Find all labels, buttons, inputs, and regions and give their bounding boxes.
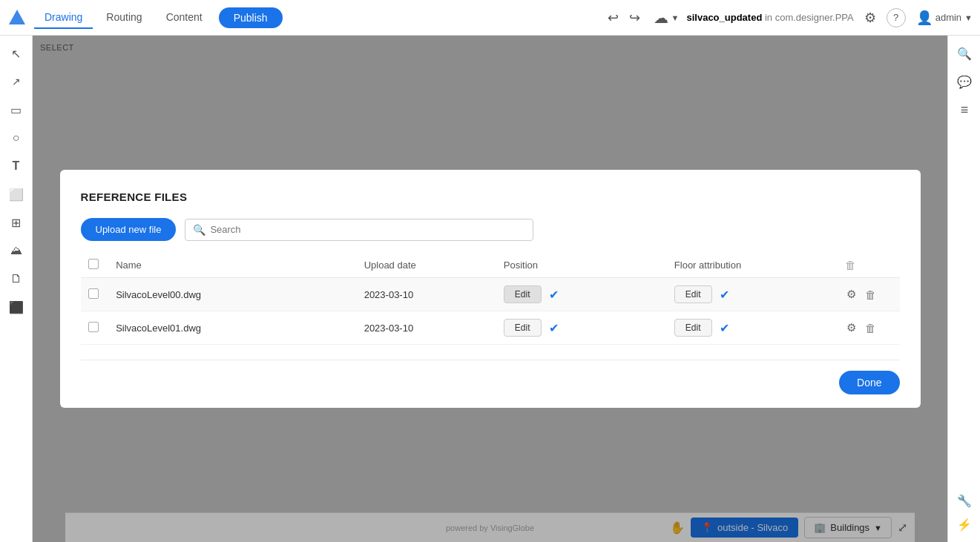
modal-footer: Done [81, 360, 900, 408]
col-upload-date: Upload date [357, 253, 496, 278]
right-sidebar: 🔍 💬 ≡ 🔧 ⚡ [947, 36, 980, 542]
logo-icon [7, 8, 27, 27]
right-lightning-icon[interactable]: ⚡ [953, 512, 976, 536]
files-table-container: Name Upload date Position Floor attribut… [81, 253, 900, 345]
upload-new-file-button[interactable]: Upload new file [81, 218, 177, 241]
col-floor-attribution: Floor attribution [667, 253, 838, 278]
row2-name: SilvacoLevel01.dwg [108, 311, 357, 345]
topbar: Drawing Routing Content Publish ↩ ↪ ☁ ▼ … [0, 0, 980, 36]
user-label: admin [935, 12, 961, 23]
row2-actions-cell: ⚙ 🗑 [838, 311, 900, 345]
row1-position-check-icon: ✔ [549, 288, 559, 302]
right-comment-icon[interactable]: 💬 [953, 70, 976, 93]
row1-position-cell: Edit ✔ [496, 278, 667, 311]
tool-text[interactable]: T [4, 154, 28, 178]
publish-button[interactable]: Publish [219, 7, 283, 28]
row2-settings-button[interactable]: ⚙ [845, 320, 858, 336]
undo-button[interactable]: ↩ [605, 7, 622, 29]
cloud-button[interactable]: ☁ [651, 6, 671, 30]
tool-analytics[interactable]: ↗ [4, 70, 28, 93]
row2-checkbox-cell [81, 311, 109, 345]
settings-button[interactable]: ⚙ [861, 7, 879, 29]
svg-marker-0 [9, 10, 25, 24]
table-row: SilvacoLevel01.dwg 2023-03-10 Edit ✔ [81, 311, 900, 345]
project-title: silvaco_updated in com.designer.PPA [686, 12, 853, 23]
files-table: Name Upload date Position Floor attribut… [81, 253, 900, 345]
row1-date: 2023-03-10 [357, 278, 496, 311]
search-box: 🔍 [185, 219, 533, 241]
col-name: Name [108, 253, 357, 278]
project-context: in com.designer.PPA [765, 12, 854, 23]
help-button[interactable]: ? [887, 8, 906, 27]
right-search-icon[interactable]: 🔍 [953, 42, 976, 65]
table-row: SilvacoLevel00.dwg 2023-03-10 Edit ✔ [81, 278, 900, 311]
tool-page[interactable]: 🗋 [4, 267, 28, 291]
row2-floor-cell: Edit ✔ [667, 311, 838, 345]
col-checkbox [81, 253, 109, 278]
undo-redo-group: ↩ ↪ [605, 7, 643, 29]
modal-backdrop: REFERENCE FILES Upload new file 🔍 [33, 36, 947, 542]
row1-floor-edit-button[interactable]: Edit [674, 285, 712, 303]
done-button[interactable]: Done [839, 371, 899, 394]
tool-layers[interactable]: ⊞ [4, 211, 28, 234]
topbar-right: ? 👤 admin ▼ [887, 8, 973, 27]
left-sidebar: ↖ ↗ ▭ ○ T ⬜ ⊞ ⛰ 🗋 ⬛ [0, 36, 33, 542]
row2-floor-edit-button[interactable]: Edit [674, 319, 712, 337]
col-position: Position [496, 253, 667, 278]
tool-rect[interactable]: ▭ [4, 98, 28, 122]
row2-position-edit-button[interactable]: Edit [504, 319, 542, 337]
row1-position-edit-button[interactable]: Edit [504, 285, 542, 303]
delete-all-icon[interactable]: 🗑 [845, 259, 856, 271]
tab-drawing[interactable]: Drawing [34, 7, 93, 29]
row1-floor-check-icon: ✔ [720, 288, 729, 302]
right-menu-icon[interactable]: ≡ [953, 98, 976, 122]
row1-settings-button[interactable]: ⚙ [845, 286, 858, 303]
row2-position-cell: Edit ✔ [496, 311, 667, 345]
main-canvas-area: SELECT powered by VisingGlobe ✋ 📍 outsid… [33, 36, 947, 542]
tool-stack[interactable]: ⬛ [4, 295, 28, 319]
row1-actions-cell: ⚙ 🗑 [838, 278, 900, 311]
tool-circle[interactable]: ○ [4, 126, 28, 150]
row2-floor-check-icon: ✔ [720, 321, 729, 335]
search-input[interactable] [210, 224, 525, 235]
col-actions: 🗑 [838, 253, 900, 278]
modal-title: REFERENCE FILES [81, 191, 900, 203]
modal-toolbar: Upload new file 🔍 [81, 218, 900, 241]
row2-position-check-icon: ✔ [549, 321, 559, 335]
reference-files-modal: REFERENCE FILES Upload new file 🔍 [60, 170, 921, 408]
right-tools-icon[interactable]: 🔧 [953, 489, 976, 512]
tab-routing[interactable]: Routing [96, 7, 152, 29]
topbar-tabs: Drawing Routing Content [34, 7, 213, 29]
redo-button[interactable]: ↪ [626, 7, 643, 29]
search-icon: 🔍 [193, 224, 205, 236]
row1-name: SilvacoLevel00.dwg [108, 278, 357, 311]
select-all-checkbox[interactable] [88, 259, 99, 269]
row1-floor-cell: Edit ✔ [667, 278, 838, 311]
tab-content[interactable]: Content [156, 7, 213, 29]
user-menu[interactable]: 👤 admin ▼ [916, 10, 973, 26]
row2-checkbox[interactable] [88, 322, 99, 332]
tool-landscape[interactable]: ⛰ [4, 239, 28, 262]
row1-checkbox-cell [81, 278, 109, 311]
row1-checkbox[interactable] [88, 288, 99, 299]
row1-delete-button[interactable]: 🗑 [864, 287, 878, 303]
tool-cursor[interactable]: ↖ [4, 42, 28, 65]
row2-date: 2023-03-10 [357, 311, 496, 345]
cloud-dropdown-icon[interactable]: ▼ [671, 13, 680, 22]
row2-delete-button[interactable]: 🗑 [864, 320, 878, 336]
user-dropdown-icon: ▼ [964, 13, 973, 22]
tool-box3d[interactable]: ⬜ [4, 182, 28, 206]
